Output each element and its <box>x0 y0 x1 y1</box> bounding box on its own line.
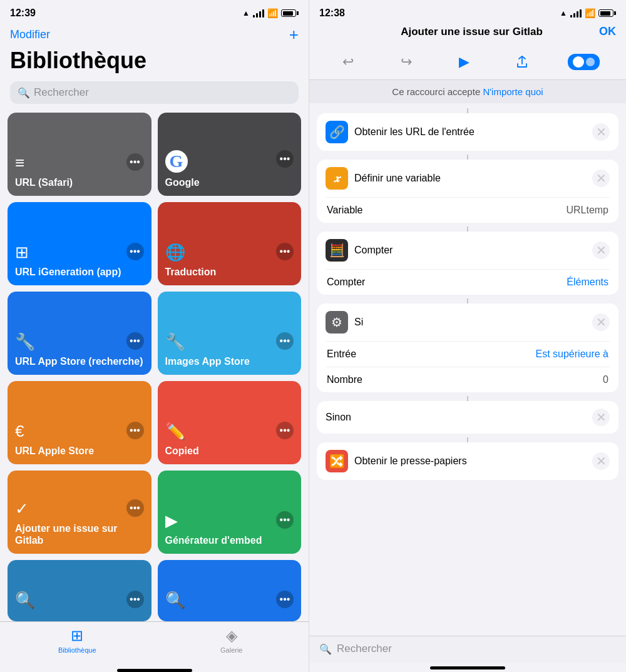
grid-item-search2[interactable]: 🔍 ••• <box>158 560 302 621</box>
left-status-icons: ▲ 📶 <box>242 8 299 18</box>
nav-library[interactable]: ⊞ Bibliothèque <box>0 627 155 654</box>
raccourci-text: Ce raccourci accepte <box>392 86 483 97</box>
url-apple-store-more[interactable]: ••• <box>126 422 144 439</box>
grid-item-url-igeneration[interactable]: ⊞ ••• URL iGeneration (app) <box>8 202 151 285</box>
si-nombre-label: Nombre <box>327 374 362 385</box>
si-title: Si <box>354 317 586 328</box>
bottom-search[interactable]: 🔍 Rechercher <box>309 636 626 663</box>
images-app-store-label: Images App Store <box>165 355 294 367</box>
copied-icon: ✏️ <box>165 422 185 441</box>
search-bar[interactable]: 🔍 Rechercher <box>10 81 299 104</box>
gear-icon: ⚙ <box>331 315 342 330</box>
play-button[interactable]: ▶ <box>451 49 476 74</box>
compter-icon-box: 🧮 <box>326 239 348 262</box>
raccourci-link[interactable]: N'importe quoi <box>483 86 543 97</box>
add-button[interactable]: + <box>289 26 299 43</box>
compter-title: Compter <box>354 245 586 256</box>
images-app-store-more[interactable]: ••• <box>276 332 294 350</box>
grid-item-url-app-store[interactable]: 🔧 ••• URL App Store (recherche) <box>8 292 151 375</box>
page-title: Bibliothèque <box>0 45 309 81</box>
compter-label: Compter <box>327 277 365 288</box>
left-header: Modifier + <box>0 21 309 45</box>
right-location-icon: ▲ <box>560 9 567 18</box>
right-header: Ajouter une issue sur Gitlab OK <box>309 21 626 44</box>
google-more[interactable]: ••• <box>276 150 294 168</box>
obtenir-url-close[interactable]: ✕ <box>592 123 610 141</box>
redo-button[interactable]: ↪ <box>394 49 419 74</box>
gallery-icon: ◈ <box>226 627 237 644</box>
right-home-indicator <box>430 666 505 669</box>
toggle-view-button[interactable] <box>568 54 600 70</box>
signal-bars <box>253 9 264 18</box>
sinon-close[interactable]: ✕ <box>592 409 610 426</box>
url-safari-icon: ≡ <box>15 153 24 173</box>
bottom-search-placeholder: Rechercher <box>337 643 392 655</box>
grid-item-search1[interactable]: 🔍 ••• <box>8 560 151 621</box>
traduction-more[interactable]: ••• <box>276 243 294 260</box>
gallery-label: Galerie <box>220 646 242 654</box>
obtenir-url-title: Obtenir les URL de l'entrée <box>354 126 586 138</box>
ok-button[interactable]: OK <box>599 25 616 38</box>
si-nombre-value: 0 <box>603 374 608 385</box>
grid-item-url-safari[interactable]: ≡ ••• URL (Safari) <box>8 113 151 196</box>
share-button[interactable] <box>510 49 535 74</box>
presse-close[interactable]: ✕ <box>592 452 610 470</box>
search2-more[interactable]: ••• <box>276 591 294 608</box>
right-battery-icon <box>598 9 616 17</box>
images-app-store-icon: 🔧 <box>165 332 185 352</box>
traduction-label: Traduction <box>165 266 294 278</box>
grid-item-generateur-embed[interactable]: ▶ ••• Générateur d'embed <box>158 471 302 554</box>
copied-more[interactable]: ••• <box>276 422 294 439</box>
search2-icon: 🔍 <box>165 591 185 610</box>
undo-button[interactable]: ↩ <box>336 49 361 74</box>
connector-4 <box>467 396 468 401</box>
igeneration-more[interactable]: ••• <box>126 243 144 260</box>
action-obtenir-presse: 🔀 Obtenir le presse-papiers ✕ <box>317 442 618 480</box>
right-time: 12:38 <box>319 8 345 19</box>
grid-item-url-apple-store[interactable]: € ••• URL Apple Store <box>8 381 151 464</box>
url-apple-store-label: URL Apple Store <box>15 445 144 457</box>
si-close[interactable]: ✕ <box>592 313 610 331</box>
link-icon: 🔗 <box>329 125 345 140</box>
home-indicator <box>117 669 192 672</box>
toolbar: ↩ ↪ ▶ <box>309 44 626 80</box>
grid-item-copied[interactable]: ✏️ ••• Copied <box>158 381 302 464</box>
si-entree-label: Entrée <box>327 349 356 360</box>
workflow-area: 🔗 Obtenir les URL de l'entrée ✕ 𝒙 Défini… <box>309 103 626 636</box>
url-app-store-more[interactable]: ••• <box>126 332 144 350</box>
variable-value: URLtemp <box>566 205 608 216</box>
library-icon: ⊞ <box>71 627 83 644</box>
igeneration-icon: ⊞ <box>15 243 29 262</box>
grid-item-ajouter-issue[interactable]: ✓ ••• Ajouter une issue sur Gitlab <box>8 471 151 554</box>
connector-top <box>467 108 468 113</box>
location-icon: ▲ <box>242 9 250 18</box>
right-status-icons: ▲ 📶 <box>560 8 616 18</box>
nav-gallery[interactable]: ◈ Galerie <box>155 627 309 654</box>
grid-item-images-app-store[interactable]: 🔧 ••• Images App Store <box>158 292 302 375</box>
action-definir-variable: 𝒙 Définir une variable ✕ Variable URLtem… <box>317 160 618 223</box>
definir-variable-icon-box: 𝒙 <box>326 167 348 190</box>
connector-5 <box>467 437 468 442</box>
grid-item-traduction[interactable]: 🌐 ••• Traduction <box>158 202 302 285</box>
right-signal-bars <box>570 9 582 18</box>
sinon-card: Sinon ✕ <box>317 401 618 434</box>
definir-variable-close[interactable]: ✕ <box>592 170 610 187</box>
ajouter-issue-icon: ✓ <box>15 499 29 519</box>
variable-row: Variable URLtemp <box>317 198 618 223</box>
generateur-more[interactable]: ••• <box>276 511 294 529</box>
left-time: 12:39 <box>10 8 36 19</box>
modifier-button[interactable]: Modifier <box>10 28 50 41</box>
ajouter-issue-label: Ajouter une issue sur Gitlab <box>15 522 144 546</box>
search1-more[interactable]: ••• <box>126 591 144 608</box>
connector-3 <box>467 298 468 303</box>
si-icon-box: ⚙ <box>326 311 348 333</box>
compter-row[interactable]: Compter Éléments <box>317 270 618 295</box>
presse-icon: 🔀 <box>329 454 345 469</box>
igeneration-label: URL iGeneration (app) <box>15 266 144 278</box>
url-safari-more[interactable]: ••• <box>126 153 144 171</box>
url-apple-store-icon: € <box>15 422 24 441</box>
compter-close[interactable]: ✕ <box>592 242 610 259</box>
ajouter-issue-more[interactable]: ••• <box>126 499 144 517</box>
grid-item-google[interactable]: G ••• Google <box>158 113 302 196</box>
url-app-store-label: URL App Store (recherche) <box>15 355 144 367</box>
